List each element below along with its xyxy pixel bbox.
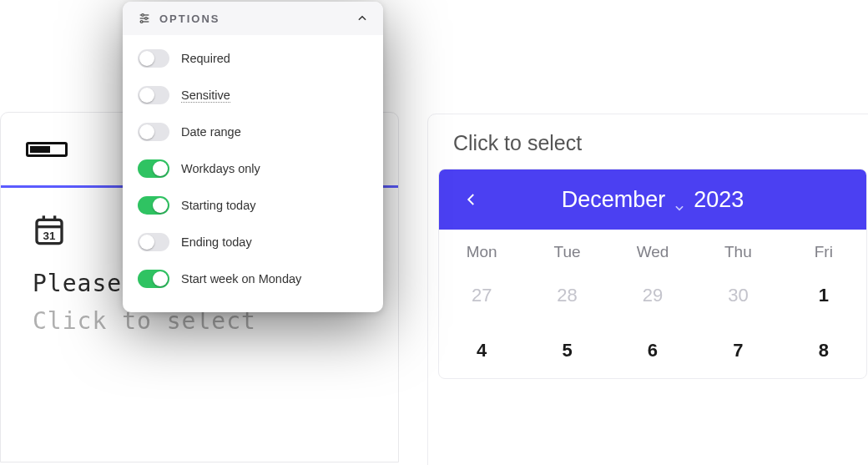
option-row-workdays-only: Workdays only [138, 150, 368, 187]
svg-point-6 [142, 14, 144, 17]
svg-text:31: 31 [43, 230, 56, 242]
dayname: Thu [695, 243, 780, 261]
options-header[interactable]: OPTIONS [123, 2, 383, 35]
option-label: Start week on Monday [181, 272, 301, 286]
option-row-ending-today: Ending today [138, 224, 368, 260]
option-row-sensitive: Sensitive [138, 77, 368, 114]
dayname: Fri [781, 243, 866, 261]
calendar-daynames: MonTueWedThuFri [439, 230, 866, 268]
date-cell: 30 [695, 268, 780, 323]
option-label: Required [181, 52, 230, 65]
calendar-icon: 31 [33, 213, 66, 246]
date-cell: 27 [439, 268, 524, 323]
option-label: Starting today [181, 199, 255, 212]
toggle-required[interactable] [138, 49, 169, 68]
toggle-sensitive[interactable] [138, 86, 169, 104]
option-label: Sensitive [181, 88, 230, 103]
svg-point-8 [145, 18, 148, 20]
date-cell[interactable]: 4 [439, 323, 524, 378]
option-row-date-range: Date range [138, 114, 368, 150]
sliders-icon [138, 12, 151, 25]
calendar-header: December 2023 [439, 169, 866, 230]
options-title: OPTIONS [159, 13, 220, 25]
calendar-select-field[interactable]: Click to select [428, 114, 868, 169]
calendar-grid: 27282930145678 [439, 268, 866, 378]
option-label: Date range [181, 125, 241, 139]
toggle-workdays-only[interactable] [138, 159, 169, 178]
options-panel: OPTIONS RequiredSensitiveDate rangeWorkd… [123, 2, 383, 312]
dayname: Wed [610, 243, 695, 261]
dayname: Tue [524, 243, 609, 261]
option-label: Workdays only [181, 162, 260, 175]
date-cell[interactable]: 6 [610, 323, 695, 378]
option-row-required: Required [138, 40, 368, 77]
date-cell: 29 [610, 268, 695, 323]
year-label[interactable]: 2023 [694, 187, 744, 213]
date-cell[interactable]: 7 [695, 323, 780, 378]
progress-indicator [26, 142, 68, 157]
prev-month-button[interactable] [464, 192, 479, 207]
date-cell[interactable]: 8 [781, 323, 866, 378]
toggle-start-week-monday[interactable] [138, 270, 169, 288]
options-list: RequiredSensitiveDate rangeWorkdays only… [123, 35, 383, 312]
toggle-starting-today[interactable] [138, 196, 169, 215]
option-row-start-week-monday: Start week on Monday [138, 260, 368, 297]
month-select[interactable]: December [562, 187, 666, 213]
calendar-card: Click to select December 2023 MonTueWedT… [427, 114, 868, 465]
option-row-starting-today: Starting today [138, 187, 368, 224]
date-cell[interactable]: 1 [781, 268, 866, 323]
date-cell: 28 [524, 268, 609, 323]
chevron-down-icon [674, 194, 685, 205]
toggle-ending-today[interactable] [138, 233, 169, 251]
svg-point-10 [140, 21, 143, 23]
dayname: Mon [439, 243, 524, 261]
calendar-widget: December 2023 MonTueWedThuFri 2728293014… [438, 169, 867, 379]
chevron-up-icon [356, 13, 368, 24]
date-cell[interactable]: 5 [524, 323, 609, 378]
option-label: Ending today [181, 235, 252, 249]
toggle-date-range[interactable] [138, 123, 169, 141]
